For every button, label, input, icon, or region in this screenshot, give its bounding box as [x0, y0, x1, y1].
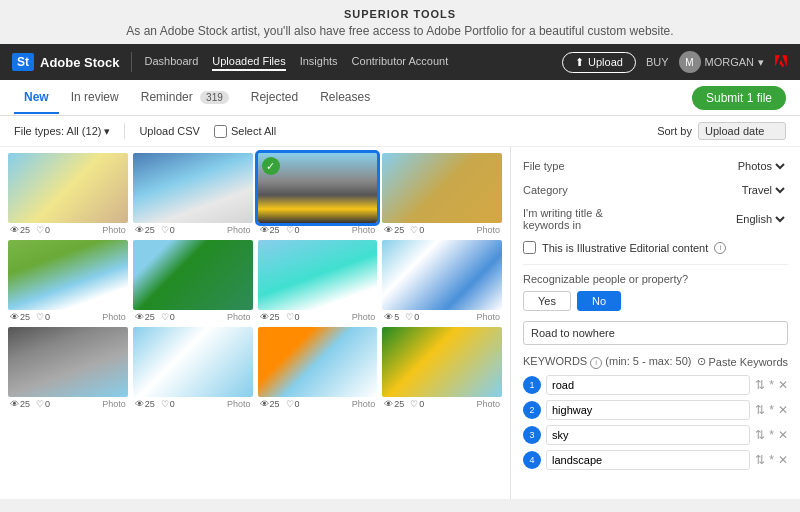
image-type-label: Photo — [102, 399, 126, 409]
views-stat: 👁 5 — [384, 312, 399, 322]
view-count: 25 — [145, 399, 155, 409]
image-tile[interactable]: 👁 25 ♡ 0 Photo — [133, 153, 253, 235]
like-icon: ♡ — [286, 225, 294, 235]
remove-keyword-icon[interactable]: ✕ — [778, 403, 788, 417]
user-menu[interactable]: M MORGAN ▾ — [679, 51, 765, 73]
tab-rejected[interactable]: Rejected — [241, 82, 308, 114]
likes-stat: ♡ 0 — [286, 399, 300, 409]
image-tile[interactable]: ✓ 👁 25 ♡ 0 Photo — [258, 153, 378, 235]
panel-file-type-row: File type Photos Illustration Vector — [523, 159, 788, 173]
image-type-label: Photo — [227, 312, 251, 322]
check-badge: ✓ — [262, 157, 280, 175]
image-tile[interactable]: 👁 25 ♡ 0 Photo — [258, 240, 378, 322]
nav-uploaded-files[interactable]: Uploaded Files — [212, 53, 285, 71]
views-stat: 👁 25 — [260, 225, 280, 235]
image-footer: 👁 25 ♡ 0 Photo — [258, 397, 378, 409]
tab-releases[interactable]: Releases — [310, 82, 380, 114]
asterisk-icon[interactable]: * — [769, 428, 774, 442]
sort-icon[interactable]: ⇅ — [755, 428, 765, 442]
image-type-label: Photo — [352, 225, 376, 235]
nav-contributor-account[interactable]: Contributor Account — [352, 53, 449, 71]
sort-area: Sort by Upload date Title File type Stat… — [657, 122, 786, 140]
adobe-logo — [774, 54, 788, 70]
image-preview — [382, 153, 502, 223]
likes-stat: ♡ 0 — [36, 225, 50, 235]
img-stats: 👁 25 ♡ 0 — [384, 399, 424, 409]
image-tile[interactable]: 👁 25 ♡ 0 Photo — [8, 327, 128, 409]
views-stat: 👁 25 — [10, 225, 30, 235]
image-tile[interactable]: 👁 25 ♡ 0 Photo — [258, 327, 378, 409]
image-tile[interactable]: 👁 25 ♡ 0 Photo — [382, 153, 502, 235]
nav-divider — [131, 52, 132, 72]
category-select[interactable]: Travel Nature Business — [643, 183, 788, 197]
navbar-nav: Dashboard Uploaded Files Insights Contri… — [144, 53, 562, 71]
language-select[interactable]: English Spanish French — [643, 212, 788, 226]
remove-keyword-icon[interactable]: ✕ — [778, 378, 788, 392]
sort-icon[interactable]: ⇅ — [755, 453, 765, 467]
category-label: Category — [523, 184, 643, 196]
image-footer: 👁 25 ♡ 0 Photo — [133, 310, 253, 322]
image-footer: 👁 25 ♡ 0 Photo — [382, 397, 502, 409]
image-tile[interactable]: 👁 25 ♡ 0 Photo — [382, 327, 502, 409]
keyword-row: 1 ⇅ * ✕ — [523, 375, 788, 395]
info-icon[interactable]: i — [714, 242, 726, 254]
submit-button[interactable]: Submit 1 file — [692, 86, 786, 110]
buy-button[interactable]: BUY — [646, 56, 669, 68]
sort-select[interactable]: Upload date Title File type Status — [698, 122, 786, 140]
yes-button[interactable]: Yes — [523, 291, 571, 311]
file-type-select[interactable]: Photos Illustration Vector — [643, 159, 788, 173]
sort-icon[interactable]: ⇅ — [755, 403, 765, 417]
image-preview — [8, 240, 128, 310]
remove-keyword-icon[interactable]: ✕ — [778, 453, 788, 467]
file-types-dropdown[interactable]: File types: All (12) ▾ — [14, 125, 110, 138]
image-tile[interactable]: 👁 25 ♡ 0 Photo — [8, 153, 128, 235]
keyword-input[interactable] — [546, 425, 750, 445]
view-count: 25 — [145, 312, 155, 322]
image-preview — [382, 240, 502, 310]
image-footer: 👁 25 ♡ 0 Photo — [258, 310, 378, 322]
like-count: 0 — [419, 399, 424, 409]
image-tile[interactable]: 👁 25 ♡ 0 Photo — [8, 240, 128, 322]
view-count: 25 — [20, 399, 30, 409]
image-tile[interactable]: 👁 25 ♡ 0 Photo — [133, 327, 253, 409]
eye-icon: 👁 — [10, 312, 19, 322]
asterisk-icon[interactable]: * — [769, 403, 774, 417]
view-count: 25 — [270, 312, 280, 322]
select-all-checkbox[interactable]: Select All — [214, 125, 276, 138]
editorial-checkbox[interactable] — [523, 241, 536, 254]
eye-icon: 👁 — [135, 312, 144, 322]
like-icon: ♡ — [410, 225, 418, 235]
title-input[interactable] — [523, 321, 788, 345]
img-stats: 👁 25 ♡ 0 — [260, 399, 300, 409]
image-footer: 👁 25 ♡ 0 Photo — [133, 223, 253, 235]
nav-dashboard[interactable]: Dashboard — [144, 53, 198, 71]
upload-csv-button[interactable]: Upload CSV — [139, 125, 200, 137]
image-tile[interactable]: 👁 5 ♡ 0 Photo — [382, 240, 502, 322]
keyword-number: 2 — [523, 401, 541, 419]
tab-reminder[interactable]: Reminder 319 — [131, 82, 239, 114]
upload-button[interactable]: ⬆ Upload — [562, 52, 636, 73]
like-icon: ♡ — [286, 399, 294, 409]
like-icon: ♡ — [286, 312, 294, 322]
tab-new[interactable]: New — [14, 82, 59, 114]
tab-in-review[interactable]: In review — [61, 82, 129, 114]
like-count: 0 — [45, 225, 50, 235]
nav-insights[interactable]: Insights — [300, 53, 338, 71]
remove-keyword-icon[interactable]: ✕ — [778, 428, 788, 442]
keyword-input[interactable] — [546, 400, 750, 420]
keyword-input[interactable] — [546, 450, 750, 470]
keyword-row: 4 ⇅ * ✕ — [523, 450, 788, 470]
asterisk-icon[interactable]: * — [769, 378, 774, 392]
no-button[interactable]: No — [577, 291, 621, 311]
editorial-checkbox-row: This is Illustrative Editorial content i — [523, 241, 788, 254]
image-tile[interactable]: 👁 25 ♡ 0 Photo — [133, 240, 253, 322]
asterisk-icon[interactable]: * — [769, 453, 774, 467]
keyword-input[interactable] — [546, 375, 750, 395]
keyword-row: 2 ⇅ * ✕ — [523, 400, 788, 420]
paste-keywords-button[interactable]: ⊙ Paste Keywords — [697, 355, 788, 368]
views-stat: 👁 25 — [384, 225, 404, 235]
sort-icon[interactable]: ⇅ — [755, 378, 765, 392]
keywords-info-icon[interactable]: i — [590, 357, 602, 369]
brand: St Adobe Stock — [12, 53, 119, 71]
select-all-input[interactable] — [214, 125, 227, 138]
